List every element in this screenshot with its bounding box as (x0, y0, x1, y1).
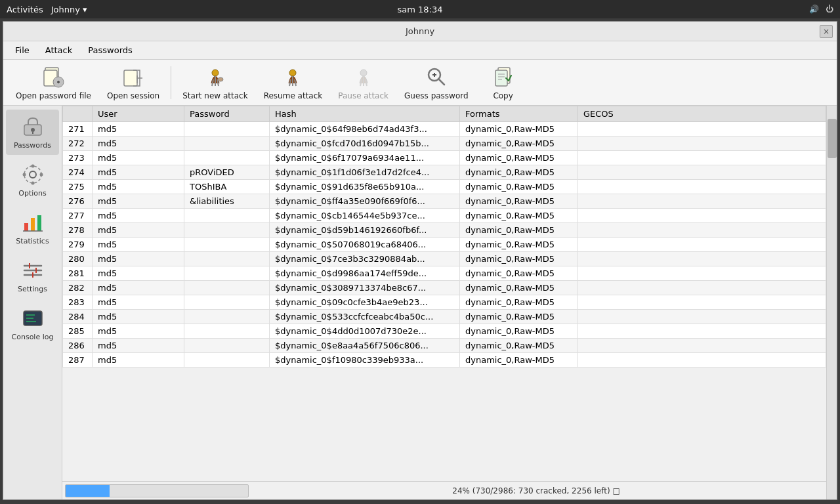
cell-hash: $dynamic_0$d59b146192660fb6f... (270, 223, 460, 238)
menu-bar: File Attack Passwords (3, 41, 837, 60)
svg-point-7 (212, 70, 219, 76)
cell-num: 273 (63, 151, 93, 165)
cell-fmt: dynamic_0,Raw-MD5 (460, 151, 578, 165)
cell-hash: $dynamic_0$fcd70d16d0947b15b... (270, 136, 460, 151)
table-row[interactable]: 277 md5 $dynamic_0$cb146544e5b937ce... d… (63, 209, 826, 223)
sidebar-passwords-label: Passwords (14, 141, 51, 150)
cell-hash: $dynamic_0$91d635f8e65b910a... (270, 180, 460, 194)
table-row[interactable]: 275 md5 TOShIBA $dynamic_0$91d635f8e65b9… (63, 180, 826, 194)
table-row[interactable]: 271 md5 $dynamic_0$64f98eb6d74ad43f3... … (63, 122, 826, 136)
app-menu-label[interactable]: Johnny ▾ (51, 5, 87, 14)
progress-bar-fill (66, 485, 110, 497)
cell-fmt: dynamic_0,Raw-MD5 (460, 238, 578, 252)
cell-num: 284 (63, 310, 93, 324)
menu-attack[interactable]: Attack (39, 43, 79, 57)
table-container[interactable]: User Password Hash Formats GECOS 271 md5… (62, 106, 826, 481)
pause-attack-button[interactable]: Pause attack (331, 62, 396, 103)
sidebar-settings-label: Settings (18, 285, 47, 293)
cell-num: 279 (63, 238, 93, 252)
resume-attack-icon (281, 65, 304, 89)
cell-hash: $dynamic_0$507068019ca68406... (270, 238, 460, 252)
table-row[interactable]: 281 md5 $dynamic_0$d9986aa174eff59de... … (63, 266, 826, 281)
cell-pass (184, 324, 270, 339)
cell-pass (184, 136, 270, 151)
table-row[interactable]: 272 md5 $dynamic_0$fcd70d16d0947b15b... … (63, 136, 826, 151)
sidebar-item-settings[interactable]: Settings (6, 253, 59, 299)
sidebar-item-passwords[interactable]: Passwords (6, 110, 59, 155)
col-header-formats: Formats (460, 106, 578, 122)
table-row[interactable]: 276 md5 &liabilities $dynamic_0$ff4a35e0… (63, 194, 826, 209)
cell-user: md5 (93, 136, 184, 151)
table-row[interactable]: 283 md5 $dynamic_0$09c0cfe3b4ae9eb23... … (63, 295, 826, 310)
cell-fmt: dynamic_0,Raw-MD5 (460, 266, 578, 281)
cell-hash: $dynamic_0$64f98eb6d74ad43f3... (270, 122, 460, 136)
scrollbar[interactable] (826, 106, 837, 499)
system-bar-right: 🔊 ⏻ (809, 5, 833, 14)
cell-gecos (578, 209, 826, 223)
svg-point-37 (39, 173, 43, 177)
options-icon (21, 163, 45, 186)
table-row[interactable]: 285 md5 $dynamic_0$4dd0d1007d730e2e... d… (63, 324, 826, 339)
resume-attack-button[interactable]: Resume attack (257, 62, 330, 103)
system-bar: Activités Johnny ▾ sam 18:34 🔊 ⏻ (0, 0, 840, 18)
cell-pass: TOShIBA (184, 180, 270, 194)
menu-passwords[interactable]: Passwords (81, 43, 139, 57)
svg-line-21 (438, 79, 444, 85)
open-password-file-icon (41, 65, 65, 89)
table-row[interactable]: 286 md5 $dynamic_0$e8aa4a56f7506c806... … (63, 339, 826, 353)
cell-pass (184, 339, 270, 353)
table-row[interactable]: 287 md5 $dynamic_0$f10980c339eb933a... d… (63, 353, 826, 368)
main-area: Passwords Options (3, 106, 837, 499)
open-session-button[interactable]: Open session (100, 62, 167, 103)
volume-icon: 🔊 (809, 5, 819, 14)
cell-user: md5 (93, 339, 184, 353)
cell-fmt: dynamic_0,Raw-MD5 (460, 353, 578, 368)
sidebar-item-options[interactable]: Options (6, 158, 59, 203)
cell-hash: $dynamic_0$ff4a35e090f669f0f6... (270, 194, 460, 209)
progress-bar-container (65, 484, 249, 497)
cell-fmt: dynamic_0,Raw-MD5 (460, 339, 578, 353)
cell-fmt: dynamic_0,Raw-MD5 (460, 136, 578, 151)
cell-num: 271 (63, 122, 93, 136)
cell-user: md5 (93, 310, 184, 324)
cell-num: 276 (63, 194, 93, 209)
copy-label: Copy (493, 91, 513, 100)
cell-gecos (578, 339, 826, 353)
cell-gecos (578, 310, 826, 324)
sidebar-item-statistics[interactable]: Statistics (6, 205, 59, 251)
cell-num: 281 (63, 266, 93, 281)
svg-rect-38 (24, 223, 28, 231)
sidebar-item-console-log[interactable]: Console log (6, 301, 59, 346)
cell-fmt: dynamic_0,Raw-MD5 (460, 180, 578, 194)
svg-point-32 (30, 171, 36, 178)
cell-gecos (578, 223, 826, 238)
cell-pass (184, 223, 270, 238)
cell-user: md5 (93, 180, 184, 194)
cell-gecos (578, 266, 826, 281)
table-row[interactable]: 278 md5 $dynamic_0$d59b146192660fb6f... … (63, 223, 826, 238)
table-row[interactable]: 284 md5 $dynamic_0$533ccfcfceabc4ba50c..… (63, 310, 826, 324)
toolbar-separator-1 (171, 66, 171, 99)
cell-pass (184, 209, 270, 223)
table-row[interactable]: 280 md5 $dynamic_0$7ce3b3c3290884ab... d… (63, 252, 826, 266)
activities-label[interactable]: Activités (7, 5, 43, 14)
guess-password-button[interactable]: Guess password (397, 62, 476, 103)
scrollbar-thumb[interactable] (828, 119, 837, 158)
svg-point-36 (22, 173, 26, 177)
table-row[interactable]: 274 md5 pROViDED $dynamic_0$1f1d06f3e1d7… (63, 165, 826, 180)
copy-button[interactable]: Copy (477, 62, 530, 103)
table-row[interactable]: 282 md5 $dynamic_0$3089713374be8c67... d… (63, 281, 826, 295)
cell-gecos (578, 324, 826, 339)
menu-file[interactable]: File (9, 43, 36, 57)
cell-hash: $dynamic_0$1f1d06f3e1d7d2fce4... (270, 165, 460, 180)
cell-user: md5 (93, 281, 184, 295)
cell-fmt: dynamic_0,Raw-MD5 (460, 281, 578, 295)
cell-num: 274 (63, 165, 93, 180)
table-row[interactable]: 279 md5 $dynamic_0$507068019ca68406... d… (63, 238, 826, 252)
open-password-file-button[interactable]: Open password file (9, 62, 98, 103)
open-session-icon (121, 65, 145, 89)
table-row[interactable]: 273 md5 $dynamic_0$6f17079a6934ae11... d… (63, 151, 826, 165)
start-new-attack-button[interactable]: Start new attack (175, 62, 255, 103)
close-button[interactable]: × (820, 25, 833, 38)
cell-user: md5 (93, 353, 184, 368)
